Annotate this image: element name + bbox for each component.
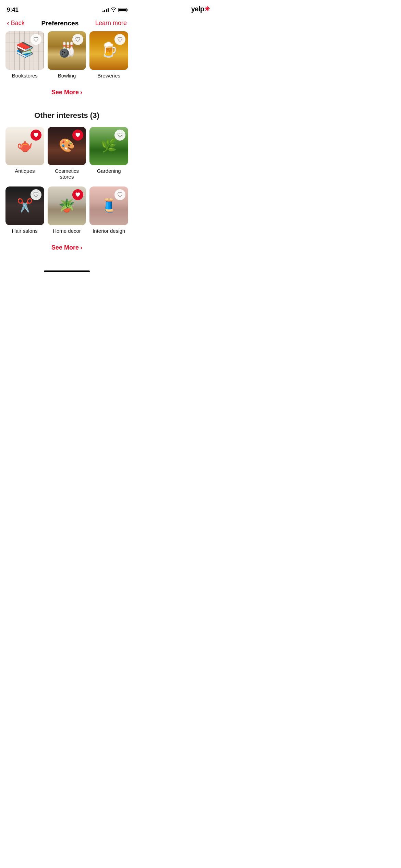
category-card-cosmetics: 🎨 Cosmetics stores	[48, 127, 86, 180]
category-label-hair: Hair salons	[12, 228, 38, 234]
home-indicator	[0, 264, 134, 275]
category-image-breweries: 🍺	[89, 31, 128, 70]
like-button-interior[interactable]	[114, 189, 125, 200]
back-label: Back	[11, 20, 25, 27]
main-content: 📚 Bookstores 🎳 Bowling 🍺	[0, 31, 134, 261]
back-arrow-icon: ‹	[7, 19, 9, 27]
category-label-cosmetics: Cosmetics stores	[48, 168, 86, 180]
category-label-bowling: Bowling	[58, 73, 76, 79]
category-image-bookstores: 📚	[5, 31, 44, 70]
like-button-bowling[interactable]	[72, 34, 83, 45]
chevron-right-icon: ›	[80, 89, 82, 96]
category-image-antiques: 🫖	[5, 127, 44, 166]
nav-bar: ‹ Back Preferences Learn more	[0, 15, 134, 31]
other-interests-grid-row2: ✂️ Hair salons 🪴 Home decor	[5, 186, 128, 234]
other-interests-section: Other interests (3) 🫖 Antiques 🎨	[5, 108, 128, 261]
category-label-homedecor: Home decor	[53, 228, 81, 234]
learn-more-button[interactable]: Learn more	[95, 20, 127, 27]
like-button-homedecor[interactable]	[72, 189, 83, 200]
other-interests-header: Other interests (3)	[5, 108, 128, 120]
category-card-bowling: 🎳 Bowling	[48, 31, 86, 79]
interests-section: 📚 Bookstores 🎳 Bowling 🍺	[5, 31, 128, 106]
category-label-bookstores: Bookstores	[12, 73, 38, 79]
category-card-homedecor: 🪴 Home decor	[48, 186, 86, 234]
category-image-cosmetics: 🎨	[48, 127, 86, 166]
like-button-cosmetics[interactable]	[72, 130, 83, 141]
see-more-button-other-interests[interactable]: See More ›	[51, 244, 82, 251]
see-more-button-interests[interactable]: See More ›	[51, 89, 82, 96]
status-bar: 9:41 yelp✳	[0, 0, 134, 15]
category-image-bowling: 🎳	[48, 31, 86, 70]
category-card-breweries: 🍺 Breweries	[89, 31, 128, 79]
like-button-breweries[interactable]	[114, 34, 125, 45]
like-button-hair[interactable]	[31, 189, 41, 200]
interests-grid: 📚 Bookstores 🎳 Bowling 🍺	[5, 31, 128, 79]
see-more-other-interests: See More ›	[5, 241, 128, 261]
category-label-antiques: Antiques	[15, 168, 35, 174]
chevron-right-icon-2: ›	[80, 244, 82, 251]
category-image-interior: 🧵	[89, 186, 128, 225]
home-bar	[44, 270, 90, 272]
page-title: Preferences	[41, 20, 78, 27]
category-card-hair: ✂️ Hair salons	[5, 186, 44, 234]
like-button-antiques[interactable]	[31, 130, 41, 141]
category-label-interior: Interior design	[93, 228, 125, 234]
category-label-breweries: Breweries	[97, 73, 120, 79]
category-card-interior: 🧵 Interior design	[89, 186, 128, 234]
other-interests-grid-row1: 🫖 Antiques 🎨 Cosmetics stores	[5, 127, 128, 180]
battery-icon	[118, 8, 127, 12]
category-image-gardening: 🌿	[89, 127, 128, 166]
like-button-gardening[interactable]	[114, 130, 125, 141]
category-label-gardening: Gardening	[97, 168, 121, 174]
category-card-bookstores: 📚 Bookstores	[5, 31, 44, 79]
category-image-homedecor: 🪴	[48, 186, 86, 225]
back-button[interactable]: ‹ Back	[7, 19, 25, 27]
category-image-hair: ✂️	[5, 186, 44, 225]
see-more-interests: See More ›	[5, 85, 128, 106]
category-card-gardening: 🌿 Gardening	[89, 127, 128, 180]
like-button-bookstores[interactable]	[31, 34, 41, 45]
category-card-antiques: 🫖 Antiques	[5, 127, 44, 180]
